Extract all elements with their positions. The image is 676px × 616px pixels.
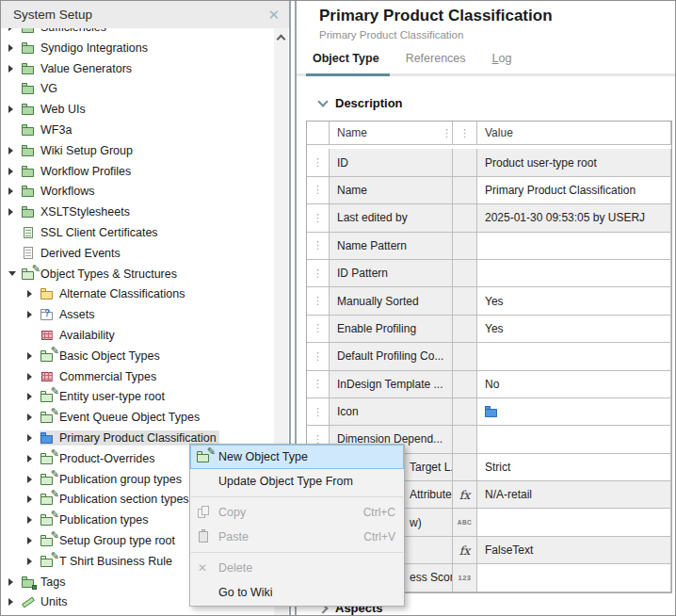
tree-item-ssl-client-certificates[interactable]: SSL Client Certificates: [1, 222, 274, 243]
expand-arrow-icon[interactable]: [27, 455, 32, 462]
expand-arrow-icon[interactable]: [8, 208, 13, 216]
row-value-cell[interactable]: [477, 564, 671, 592]
row-value-cell[interactable]: 2025-01-30 09:53:05 by USERJ: [477, 204, 671, 232]
row-drag-handle[interactable]: ⋮: [307, 149, 330, 176]
tree-item-sufficiencies[interactable]: Sufficiencies: [1, 28, 274, 38]
tree-item-content[interactable]: ?Assets: [40, 307, 98, 322]
row-value-cell[interactable]: [477, 343, 671, 370]
expand-arrow-icon[interactable]: [27, 558, 32, 565]
expand-arrow-icon[interactable]: [27, 516, 32, 524]
row-drag-handle[interactable]: ⋮: [307, 260, 330, 287]
tree-item-content[interactable]: ✎Publication group types: [40, 472, 185, 487]
tree-item-content[interactable]: VG: [21, 81, 60, 96]
expand-arrow-icon[interactable]: [27, 434, 32, 442]
tab-log[interactable]: Log: [492, 52, 512, 73]
column-header-value[interactable]: Value: [477, 122, 671, 145]
expand-arrow-box[interactable]: [25, 434, 40, 442]
row-value-cell[interactable]: [477, 426, 671, 453]
tree-item-content[interactable]: Commercial Types: [40, 369, 159, 384]
tree-item-content[interactable]: ✎Setup Group type root: [40, 533, 178, 548]
tree-item-derived-events[interactable]: Derived Events: [1, 243, 274, 264]
row-drag-handle[interactable]: ⋮: [307, 177, 330, 204]
row-drag-handle[interactable]: ⋮: [307, 204, 330, 232]
row-drag-handle[interactable]: ⋮: [307, 343, 330, 370]
column-header-name[interactable]: Name⋮: [330, 122, 453, 145]
tree-item-content[interactable]: ✎T Shirt Business Rule: [40, 554, 175, 569]
expand-arrow-icon[interactable]: [8, 598, 13, 606]
row-name-cell[interactable]: Manually Sorted: [330, 287, 453, 315]
expand-arrow-box[interactable]: [25, 311, 40, 318]
row-name-cell[interactable]: Enable Profiling: [330, 316, 453, 343]
expand-arrow-box[interactable]: [25, 290, 40, 298]
expand-arrow-box[interactable]: [25, 495, 40, 503]
tree-item-content[interactable]: Alternate Classifications: [40, 286, 187, 301]
row-value-cell[interactable]: N/A-retail: [477, 481, 671, 509]
tree-item-value-generators[interactable]: Value Generators: [1, 58, 274, 79]
row-value-cell[interactable]: [477, 509, 671, 536]
expand-arrow-icon[interactable]: [27, 352, 32, 360]
tree-item-web-uis[interactable]: Web UIs: [1, 99, 274, 120]
tree-item-content[interactable]: Tags: [21, 575, 68, 590]
menu-item-update-object-type-from[interactable]: Update Object Type From: [190, 469, 404, 494]
tree-item-content[interactable]: Value Generators: [21, 61, 135, 76]
tree-item-content[interactable]: SSL Client Certificates: [21, 225, 161, 240]
row-value-cell[interactable]: FalseText: [477, 537, 671, 564]
row-value-cell[interactable]: Product user-type root: [477, 149, 671, 176]
tree-item-commercial-types[interactable]: Commercial Types: [1, 366, 274, 387]
expand-arrow-icon[interactable]: [27, 290, 32, 298]
tree-item-content[interactable]: ✎Entity user-type root: [40, 389, 168, 404]
expand-arrow-box[interactable]: [25, 373, 40, 381]
tree-item-content[interactable]: Units: [21, 594, 70, 609]
expand-arrow-icon[interactable]: [8, 65, 13, 73]
tree-item-wf3a[interactable]: WF3a: [1, 120, 274, 140]
tree-item-workflows[interactable]: Workflows: [1, 181, 274, 202]
tree-item-alternate-classifications[interactable]: Alternate Classifications: [1, 284, 274, 304]
expand-arrow-icon[interactable]: [27, 476, 32, 483]
tree-item-content[interactable]: Workflows: [21, 184, 97, 199]
tree-item-content[interactable]: Sufficiencies: [21, 28, 109, 35]
row-name-cell[interactable]: Last edited by: [330, 204, 453, 232]
tree-item-content[interactable]: ✎Object Types & Structures: [21, 267, 180, 282]
tree-item-object-types-structures[interactable]: ✎Object Types & Structures: [1, 264, 274, 284]
collapse-arrow-icon[interactable]: [8, 271, 16, 276]
expand-arrow-icon[interactable]: [8, 147, 13, 154]
column-menu-icon[interactable]: ⋮: [459, 127, 470, 139]
expand-arrow-icon[interactable]: [27, 393, 32, 400]
row-drag-handle[interactable]: ⋮: [307, 398, 330, 426]
row-drag-handle[interactable]: ⋮: [307, 287, 330, 315]
row-value-cell[interactable]: [477, 398, 671, 426]
expand-arrow-icon[interactable]: [8, 44, 13, 52]
tree-item-content[interactable]: ✎Product-Overrides: [40, 451, 157, 466]
row-name-cell[interactable]: Default Profiling Co...: [330, 343, 453, 370]
tree-item-content[interactable]: ✎Publication section types: [40, 492, 192, 507]
expand-arrow-box[interactable]: [25, 413, 40, 421]
column-menu-icon[interactable]: ⋮: [442, 127, 452, 139]
tree-item-syndigo-integrations[interactable]: Syndigo Integrations: [1, 38, 274, 58]
tree-item-content[interactable]: Workflow Profiles: [21, 164, 134, 179]
tree-item-xsltstylesheets[interactable]: XSLTStylesheets: [1, 202, 274, 222]
row-name-cell[interactable]: Name Pattern: [330, 233, 453, 260]
expand-arrow-icon[interactable]: [27, 311, 32, 318]
tree-item-vg[interactable]: VG: [1, 78, 274, 99]
tree-item-availability[interactable]: Availability: [1, 325, 274, 346]
row-name-cell[interactable]: Icon: [330, 398, 453, 426]
tree-item-content[interactable]: ✎Publication types: [40, 512, 152, 527]
section-header-description[interactable]: Description: [319, 96, 403, 110]
expand-arrow-box[interactable]: [25, 476, 40, 483]
tree-item-content[interactable]: Derived Events: [21, 246, 123, 261]
expand-arrow-box[interactable]: [7, 28, 21, 31]
expand-arrow-box[interactable]: [7, 187, 21, 195]
expand-arrow-icon[interactable]: [27, 413, 32, 421]
expand-arrow-icon[interactable]: [27, 537, 32, 544]
expand-arrow-box[interactable]: [25, 393, 40, 400]
expand-arrow-box[interactable]: [25, 516, 40, 524]
tree-item-content[interactable]: WF3a: [21, 122, 74, 138]
tree-item-content[interactable]: Web UIs: [21, 102, 89, 117]
expand-arrow-box[interactable]: [7, 271, 21, 276]
expand-arrow-box[interactable]: [25, 455, 40, 462]
row-value-cell[interactable]: Primary Product Classification: [477, 177, 671, 204]
tab-references[interactable]: References: [406, 52, 466, 73]
expand-arrow-box[interactable]: [7, 208, 21, 216]
tree-item-content[interactable]: ✎Basic Object Types: [40, 349, 163, 364]
expand-arrow-icon[interactable]: [8, 578, 13, 586]
